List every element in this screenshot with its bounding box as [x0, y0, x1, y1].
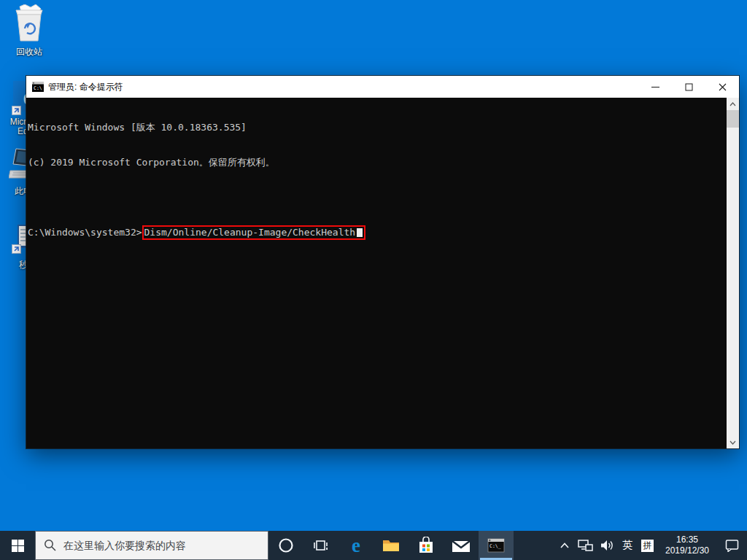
action-center-button[interactable]: [716, 531, 747, 560]
folder-icon: [382, 538, 400, 553]
svg-text:C:\_: C:\_: [489, 543, 501, 549]
recycle-bin-icon: [12, 4, 46, 45]
file-explorer-button[interactable]: [374, 531, 409, 560]
date: 2019/12/30: [665, 545, 709, 556]
svg-text:C:\: C:\: [34, 85, 42, 91]
desktop-icon-recycle-bin[interactable]: 回收站: [6, 4, 53, 57]
store-button[interactable]: [409, 531, 444, 560]
chevron-up-icon: [560, 542, 569, 548]
show-hidden-icons-button[interactable]: [555, 531, 574, 560]
edge-icon: e: [352, 536, 360, 556]
maximize-button[interactable]: [672, 76, 705, 98]
scroll-down-icon[interactable]: [727, 436, 739, 448]
console-output[interactable]: Microsoft Windows [版本 10.0.18363.535] (c…: [26, 98, 739, 448]
scrollbar-thumb[interactable]: [727, 110, 739, 128]
clock[interactable]: 16:35 2019/12/30: [658, 531, 716, 560]
console-line: Microsoft Windows [版本 10.0.18363.535]: [28, 122, 739, 133]
cortana-icon: [278, 537, 294, 553]
network-icon: [578, 539, 593, 552]
time: 16:35: [676, 534, 698, 545]
shortcut-arrow-badge: [12, 244, 21, 254]
search-input[interactable]: [35, 531, 268, 560]
console-scrollbar[interactable]: [727, 98, 739, 448]
system-tray: 英 拼 16:35 2019/12/30: [555, 531, 747, 560]
command-highlight-box: Dism/Online/Cleanup-Image/CheckHealth: [142, 225, 366, 240]
window-titlebar[interactable]: C:\ 管理员: 命令提示符: [26, 76, 739, 98]
ime-pinyin-badge: 拼: [641, 540, 654, 552]
recycle-bin-label: 回收站: [6, 47, 53, 57]
minimize-button[interactable]: [638, 76, 672, 98]
network-tray-button[interactable]: [574, 531, 596, 560]
taskbar-search[interactable]: [35, 531, 268, 560]
console-cursor: [357, 228, 363, 237]
scroll-up-icon[interactable]: [727, 98, 739, 110]
cmd-taskbar-button[interactable]: C:\_: [479, 531, 514, 560]
window-title: 管理员: 命令提示符: [48, 81, 123, 93]
console-line: (c) 2019 Microsoft Corporation。保留所有权利。: [28, 157, 739, 168]
task-view-button[interactable]: [303, 531, 338, 560]
mail-icon: [452, 539, 471, 553]
language-indicator[interactable]: 英: [618, 531, 637, 560]
task-view-icon: [313, 539, 329, 552]
command-prompt-window: C:\ 管理员: 命令提示符 Microsoft Windows [版本 10.…: [26, 76, 739, 448]
taskbar: e: [0, 531, 747, 560]
console-prompt: C:\Windows\system32>: [28, 227, 142, 238]
cmd-window-icon: C:\: [32, 81, 44, 93]
action-center-icon: [725, 539, 739, 552]
console-command: Dism/Online/Cleanup-Image/CheckHealth: [144, 227, 356, 238]
desktop: 回收站 e Microsoft Edge 此电脑: [0, 0, 747, 560]
start-button[interactable]: [0, 531, 35, 560]
store-icon: [418, 537, 434, 554]
ime-indicator[interactable]: 拼: [637, 531, 658, 560]
shortcut-arrow-badge: [12, 106, 21, 115]
volume-tray-button[interactable]: [596, 531, 618, 560]
search-icon: [44, 539, 56, 554]
mail-button[interactable]: [444, 531, 479, 560]
cortana-button[interactable]: [268, 531, 303, 560]
cmd-icon: C:\_: [487, 538, 505, 553]
speaker-icon: [600, 540, 614, 551]
console-prompt-line: C:\Windows\system32>Dism/Online/Cleanup-…: [28, 227, 739, 238]
windows-logo-icon: [12, 540, 24, 552]
close-button[interactable]: [705, 76, 739, 98]
edge-taskbar-button[interactable]: e: [338, 531, 374, 560]
